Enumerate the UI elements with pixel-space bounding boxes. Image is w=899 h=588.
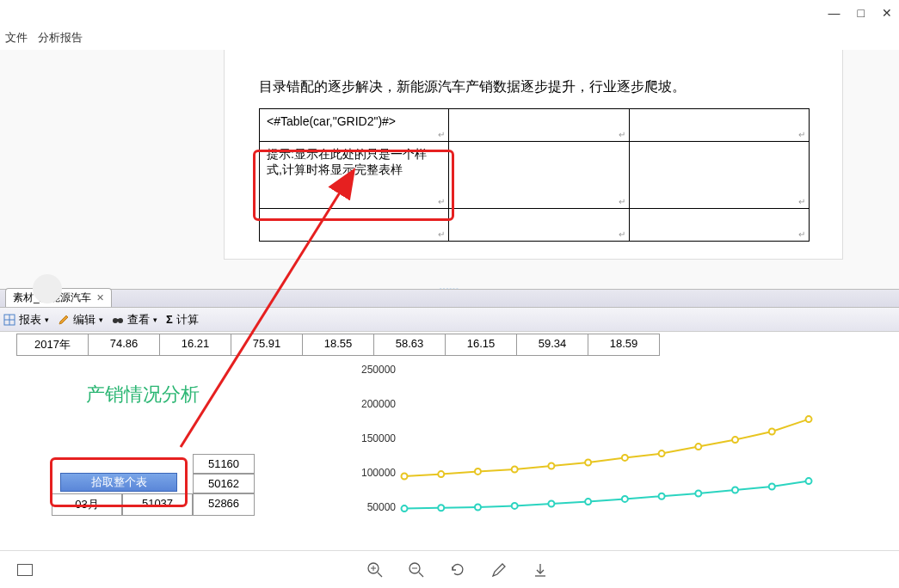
svg-point-25	[438, 505, 444, 511]
svg-point-24	[402, 505, 408, 511]
panel-toolbar: 报表▾ 编辑▾ 查看▾ Σ 计算	[0, 308, 899, 332]
pickup-table-button[interactable]: 拾取整个表	[60, 473, 177, 492]
toolbar-calc[interactable]: Σ 计算	[166, 312, 199, 328]
mini-cell[interactable]: 50162	[193, 474, 255, 493]
svg-point-15	[512, 467, 518, 473]
empty-cell[interactable]: ↵	[449, 109, 630, 142]
menu-bar: 文件 分析报告	[0, 26, 899, 50]
svg-line-37	[378, 573, 382, 577]
download-icon[interactable]	[532, 561, 549, 579]
svg-point-17	[585, 460, 591, 466]
svg-point-33	[732, 487, 738, 493]
svg-point-18	[622, 455, 628, 461]
svg-point-27	[512, 503, 518, 509]
svg-line-41	[419, 573, 423, 577]
empty-cell[interactable]: ↵	[449, 142, 630, 209]
svg-point-30	[622, 496, 628, 502]
svg-text:50000: 50000	[367, 501, 397, 513]
svg-rect-5	[116, 319, 120, 322]
svg-point-26	[475, 505, 481, 511]
template-table[interactable]: <#Table(car,"GRID2")#>↵ ↵ ↵ 提示:显示在此处的只是一…	[259, 108, 810, 242]
document-area: 目录错配的逐步解决，新能源汽车产销数据逐步提升，行业逐步爬坡。 <#Table(…	[0, 50, 899, 289]
paragraph-text: 目录错配的逐步解决，新能源汽车产销数据逐步提升，行业逐步爬坡。	[259, 78, 808, 96]
data-cell[interactable]: 58.63	[373, 334, 446, 356]
data-summary-row: 2017年 74.86 16.21 75.91 18.55 58.63 16.1…	[17, 334, 899, 356]
svg-point-35	[806, 478, 812, 484]
template-tag-cell[interactable]: <#Table(car,"GRID2")#>↵	[260, 109, 449, 142]
tab-material[interactable]: 素材_新能源汽车 ✕	[5, 288, 112, 307]
mini-cell-month[interactable]: 03月	[52, 493, 122, 516]
data-cell[interactable]: 74.86	[88, 334, 160, 356]
svg-point-19	[659, 450, 665, 456]
sigma-icon: Σ	[166, 313, 173, 326]
toolbar-edit[interactable]: 编辑▾	[58, 312, 103, 328]
menu-file[interactable]: 文件	[5, 30, 28, 46]
toolbar-view[interactable]: 查看▾	[112, 312, 157, 328]
empty-cell[interactable]: ↵	[629, 109, 810, 142]
data-cell[interactable]: 18.55	[302, 334, 374, 356]
mini-cell[interactable]: 52866	[193, 493, 255, 516]
close-button[interactable]: ✕	[882, 6, 892, 20]
cell-year[interactable]: 2017年	[16, 334, 89, 356]
svg-point-29	[585, 499, 591, 505]
zoom-out-icon[interactable]	[408, 561, 425, 579]
data-cell[interactable]: 16.15	[445, 334, 517, 356]
document-page: 目录错配的逐步解决，新能源汽车产销数据逐步提升，行业逐步爬坡。 <#Table(…	[224, 50, 843, 260]
grid-icon	[3, 314, 15, 326]
data-cell[interactable]: 75.91	[231, 334, 303, 356]
tab-label: 素材_新能源汽车	[13, 291, 91, 305]
svg-point-22	[769, 429, 775, 435]
binoculars-icon	[112, 314, 124, 326]
svg-point-32	[695, 491, 701, 497]
empty-cell[interactable]: ↵	[260, 209, 449, 242]
svg-point-23	[806, 416, 812, 422]
hint-cell[interactable]: 提示:显示在此处的只是一个样式,计算时将显示完整表样↵	[260, 142, 449, 209]
svg-point-14	[475, 469, 481, 475]
svg-point-28	[548, 501, 554, 507]
mini-cell[interactable]: 51037	[122, 493, 193, 516]
svg-point-16	[548, 463, 554, 469]
bottom-toolbar	[0, 550, 899, 588]
data-cell[interactable]: 16.21	[159, 334, 231, 356]
svg-text:100000: 100000	[361, 467, 396, 479]
mini-cell[interactable]: 51160	[193, 454, 255, 474]
data-cell[interactable]: 18.59	[588, 334, 660, 356]
data-cell[interactable]: 59.34	[516, 334, 588, 356]
svg-point-34	[769, 484, 775, 490]
svg-point-21	[732, 437, 738, 443]
menu-report[interactable]: 分析报告	[38, 30, 83, 46]
tab-strip: 素材_新能源汽车 ✕	[0, 289, 899, 308]
tab-close-icon[interactable]: ✕	[96, 292, 104, 303]
svg-text:250000: 250000	[361, 364, 396, 376]
svg-point-13	[438, 471, 444, 477]
toolbar-table[interactable]: 报表▾	[3, 312, 49, 328]
minimize-button[interactable]: —	[828, 6, 841, 20]
zoom-in-icon[interactable]	[366, 561, 384, 579]
layout-icon[interactable]	[17, 564, 33, 576]
svg-point-12	[402, 474, 408, 480]
maximize-button[interactable]: □	[858, 6, 865, 20]
refresh-icon[interactable]	[449, 561, 466, 579]
pencil-icon	[58, 314, 70, 326]
svg-text:150000: 150000	[361, 432, 396, 444]
svg-point-20	[695, 444, 701, 450]
line-chart: 50000100000150000200000250000	[344, 361, 826, 516]
empty-cell[interactable]: ↵	[629, 142, 810, 209]
empty-cell[interactable]: ↵	[449, 209, 630, 242]
svg-point-31	[659, 493, 665, 499]
window-titlebar: — □ ✕	[0, 0, 899, 26]
edit-icon[interactable]	[490, 561, 508, 579]
svg-text:200000: 200000	[361, 398, 396, 410]
empty-cell[interactable]: ↵	[629, 209, 810, 242]
